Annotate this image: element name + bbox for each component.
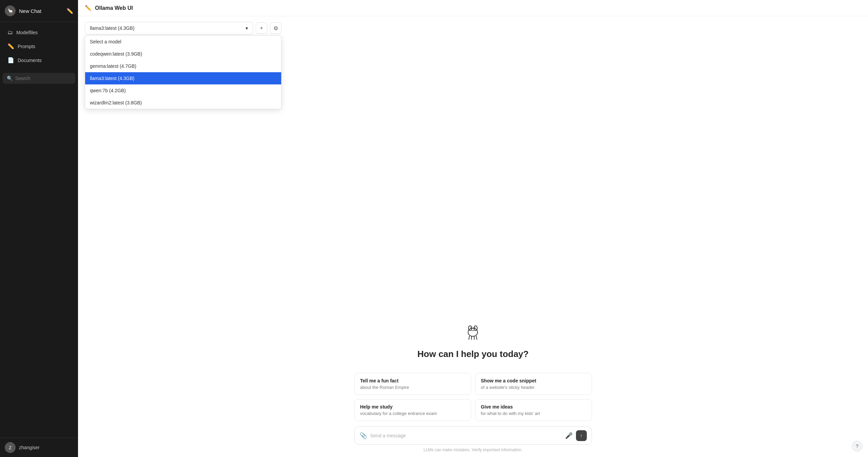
svg-point-3: [470, 327, 471, 329]
help-button[interactable]: ?: [852, 441, 863, 452]
topbar-logo-icon: ✏️: [85, 5, 92, 11]
model-select-row: llama3:latest (4.3GB) ▾ + ⚙: [85, 22, 282, 35]
model-option-label: llama3:latest (4.3GB): [90, 76, 135, 81]
input-bar-container: 📎 🎤 ↑: [354, 426, 592, 445]
suggestion-card-ideas-title: Give me ideas: [481, 404, 586, 410]
model-select-wrapper: llama3:latest (4.3GB) ▾ + ⚙ Select a mod…: [85, 22, 282, 35]
model-option-label: gemma:latest (4.7GB): [90, 63, 136, 69]
suggestion-card-roman-sub: about the Roman Empire: [360, 385, 465, 390]
add-model-button[interactable]: +: [256, 22, 267, 34]
sidebar-header: 🦙 New Chat ✏️: [0, 0, 78, 22]
sidebar-nav: 🗂 Modelfiles ✏️ Prompts 📄 Documents: [0, 22, 78, 71]
help-icon: ?: [856, 443, 859, 449]
attachment-button[interactable]: 📎: [360, 432, 367, 439]
sidebar-search-container[interactable]: 🔍: [3, 73, 75, 84]
model-settings-button[interactable]: ⚙: [270, 22, 282, 34]
ollama-icon: [463, 322, 482, 345]
disclaimer: LLMs can make mistakes. Verify important…: [424, 448, 522, 452]
modelfiles-icon: 🗂: [7, 29, 13, 36]
sidebar-footer: Z zhangiser: [0, 438, 78, 457]
sidebar-item-prompts-label: Prompts: [18, 44, 35, 49]
suggestion-card-ideas-sub: for what to do with my kids' art: [481, 411, 586, 416]
suggestion-card-code-title: Show me a code snippet: [481, 378, 586, 383]
suggestion-card-roman-title: Tell me a fun fact: [360, 378, 465, 383]
plus-icon: +: [260, 25, 263, 31]
model-option-label: codeqwen:latest (3.9GB): [90, 51, 142, 57]
suggestion-card-vocab-sub: vocabulary for a college entrance exam: [360, 411, 465, 416]
message-input[interactable]: [370, 433, 562, 438]
search-input[interactable]: [15, 76, 71, 81]
suggestion-card-vocab-title: Help me study: [360, 404, 465, 410]
search-icon: 🔍: [7, 76, 13, 81]
sidebar-item-modelfiles-label: Modelfiles: [16, 30, 38, 35]
sidebar-item-prompts[interactable]: ✏️ Prompts: [3, 40, 75, 53]
sidebar-item-modelfiles[interactable]: 🗂 Modelfiles: [3, 26, 75, 39]
sidebar-item-documents[interactable]: 📄 Documents: [3, 54, 75, 67]
suggestion-card-code-sub: of a website's sticky header: [481, 385, 586, 390]
hero-title: How can I help you today?: [418, 349, 529, 359]
model-dropdown: Select a model codeqwen:latest (3.9GB) g…: [85, 35, 282, 109]
documents-icon: 📄: [7, 57, 14, 63]
suggestion-card-roman[interactable]: Tell me a fun fact about the Roman Empir…: [354, 373, 471, 395]
gear-icon: ⚙: [273, 25, 278, 32]
username: zhangiser: [19, 445, 40, 450]
mic-button[interactable]: 🎤: [565, 432, 573, 439]
chevron-down-icon: ▾: [246, 25, 248, 31]
topbar-title: Ollama Web UI: [95, 5, 133, 11]
sidebar-logo-avatar: 🦙: [5, 5, 16, 16]
svg-line-5: [469, 336, 469, 340]
mic-icon: 🎤: [565, 432, 573, 439]
sidebar-item-documents-label: Documents: [18, 58, 42, 63]
model-option-gemma[interactable]: gemma:latest (4.7GB): [85, 60, 281, 72]
hero-section: How can I help you today?: [418, 322, 529, 359]
suggestion-card-vocab[interactable]: Help me study vocabulary for a college e…: [354, 399, 471, 421]
suggestion-card-code[interactable]: Show me a code snippet of a website's st…: [475, 373, 592, 395]
user-avatar: Z: [5, 442, 16, 453]
suggestion-card-ideas[interactable]: Give me ideas for what to do with my kid…: [475, 399, 592, 421]
main-content: ✏️ Ollama Web UI llama3:latest (4.3GB) ▾…: [78, 0, 868, 457]
send-icon: ↑: [580, 433, 582, 438]
model-option-wizardlm2[interactable]: wizardlm2:latest (3.8GB): [85, 97, 281, 109]
send-button[interactable]: ↑: [576, 430, 587, 441]
model-option-qwen7b[interactable]: qwen:7b (4.2GB): [85, 84, 281, 97]
model-option-label: qwen:7b (4.2GB): [90, 88, 126, 93]
sidebar-header-left: 🦙 New Chat: [5, 5, 41, 16]
svg-point-4: [475, 327, 476, 329]
attachment-icon: 📎: [360, 432, 367, 439]
llama-svg-icon: [463, 322, 482, 341]
svg-line-8: [476, 336, 477, 340]
model-select-button[interactable]: llama3:latest (4.3GB) ▾: [85, 22, 253, 35]
model-option-placeholder[interactable]: Select a model: [85, 36, 281, 48]
suggestion-cards: Tell me a fun fact about the Roman Empir…: [354, 373, 592, 421]
input-bar: 📎 🎤 ↑: [354, 426, 592, 445]
model-option-llama3[interactable]: llama3:latest (4.3GB): [85, 72, 281, 84]
new-chat-label: New Chat: [19, 8, 41, 14]
prompts-icon: ✏️: [7, 43, 14, 49]
model-selected-label: llama3:latest (4.3GB): [90, 25, 135, 31]
svg-point-0: [468, 328, 478, 336]
model-option-codeqwen[interactable]: codeqwen:latest (3.9GB): [85, 48, 281, 60]
model-select-container: llama3:latest (4.3GB) ▾ + ⚙ Select a mod…: [78, 16, 868, 35]
edit-icon[interactable]: ✏️: [66, 8, 73, 14]
sidebar: 🦙 New Chat ✏️ 🗂 Modelfiles ✏️ Prompts 📄 …: [0, 0, 78, 457]
model-option-label: wizardlm2:latest (3.8GB): [90, 100, 142, 105]
model-option-label: Select a model: [90, 39, 121, 44]
topbar: ✏️ Ollama Web UI: [78, 0, 868, 16]
